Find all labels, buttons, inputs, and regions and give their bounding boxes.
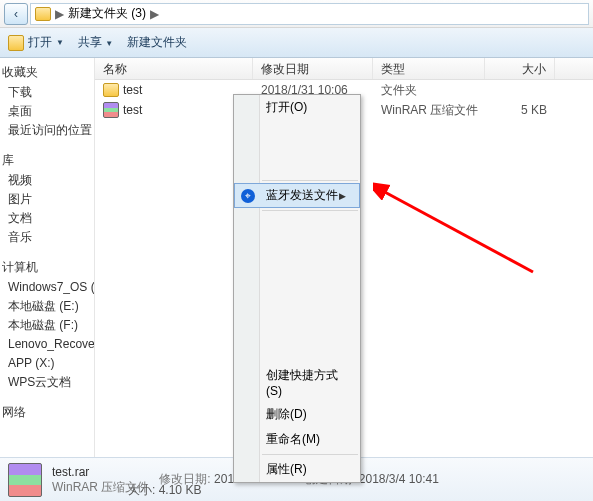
sidebar-group-network[interactable]: 网络 bbox=[0, 402, 94, 423]
folder-icon bbox=[103, 83, 119, 97]
sidebar-item-videos[interactable]: 视频 bbox=[0, 171, 94, 190]
breadcrumb-folder[interactable]: 新建文件夹 (3) bbox=[68, 5, 146, 22]
chevron-down-icon: ▼ bbox=[56, 38, 64, 47]
sidebar-group-libraries[interactable]: 库 bbox=[0, 150, 94, 171]
context-menu: 打开(O) ⌖ 蓝牙发送文件 ▶ 创建快捷方式(S) 删除(D) 重命名(M) … bbox=[233, 94, 361, 483]
menu-open[interactable]: 打开(O) bbox=[234, 95, 360, 120]
file-type: 文件夹 bbox=[373, 82, 485, 99]
sidebar-item-drive-f[interactable]: 本地磁盘 (F:) bbox=[0, 316, 94, 335]
folder-icon bbox=[35, 7, 51, 21]
column-date[interactable]: 修改日期 bbox=[253, 58, 373, 79]
sidebar-item-drive-c[interactable]: Windows7_OS (C:) bbox=[0, 278, 94, 297]
svg-line-0 bbox=[381, 190, 533, 272]
chevron-right-icon: ▶ bbox=[339, 191, 346, 201]
bluetooth-icon: ⌖ bbox=[241, 189, 255, 203]
chevron-right-icon: ▶ bbox=[55, 7, 64, 21]
address-bar: ‹ ▶ 新建文件夹 (3) ▶ bbox=[0, 0, 593, 28]
file-type: WinRAR 压缩文件 bbox=[373, 102, 485, 119]
open-label: 打开 bbox=[28, 34, 52, 51]
share-label: 共享 bbox=[78, 35, 102, 49]
column-name[interactable]: 名称 bbox=[95, 58, 253, 79]
detail-size-row: 大小: 4.10 KB bbox=[128, 482, 201, 499]
sidebar-item-desktop[interactable]: 桌面 bbox=[0, 102, 94, 121]
sidebar-group-computer[interactable]: 计算机 bbox=[0, 257, 94, 278]
detail-created: 2018/3/4 10:41 bbox=[359, 472, 439, 486]
sidebar-item-downloads[interactable]: 下载 bbox=[0, 83, 94, 102]
annotation-arrow bbox=[373, 182, 543, 282]
sidebar-item-wps-cloud[interactable]: WPS云文档 bbox=[0, 373, 94, 392]
sidebar-item-app-x[interactable]: APP (X:) bbox=[0, 354, 94, 373]
file-name: test bbox=[123, 83, 142, 97]
file-size: 5 KB bbox=[485, 103, 555, 117]
rar-icon bbox=[103, 102, 119, 118]
column-type[interactable]: 类型 bbox=[373, 58, 485, 79]
share-button[interactable]: 共享 ▼ bbox=[78, 34, 113, 51]
breadcrumb[interactable]: ▶ 新建文件夹 (3) ▶ bbox=[30, 3, 589, 25]
file-name: test bbox=[123, 103, 142, 117]
open-button[interactable]: 打开 ▼ bbox=[8, 34, 64, 51]
chevron-down-icon: ▼ bbox=[105, 39, 113, 48]
chevron-right-icon: ▶ bbox=[150, 7, 159, 21]
menu-delete[interactable]: 删除(D) bbox=[234, 402, 360, 427]
new-folder-button[interactable]: 新建文件夹 bbox=[127, 34, 187, 51]
sidebar-item-documents[interactable]: 文档 bbox=[0, 209, 94, 228]
toolbar: 打开 ▼ 共享 ▼ 新建文件夹 bbox=[0, 28, 593, 58]
detail-filename: test.rar bbox=[52, 465, 149, 480]
sidebar-group-favorites[interactable]: 收藏夹 bbox=[0, 62, 94, 83]
column-size[interactable]: 大小 bbox=[485, 58, 555, 79]
sidebar-item-recovery[interactable]: Lenovo_Recovery ( bbox=[0, 335, 94, 354]
rar-icon bbox=[8, 463, 42, 497]
sidebar-item-drive-e[interactable]: 本地磁盘 (E:) bbox=[0, 297, 94, 316]
open-icon bbox=[8, 35, 24, 51]
menu-bluetooth-send[interactable]: ⌖ 蓝牙发送文件 ▶ bbox=[234, 183, 360, 208]
menu-shortcut[interactable]: 创建快捷方式(S) bbox=[234, 363, 360, 402]
sidebar-item-pictures[interactable]: 图片 bbox=[0, 190, 94, 209]
menu-properties[interactable]: 属性(R) bbox=[234, 457, 360, 482]
column-headers: 名称 修改日期 类型 大小 bbox=[95, 58, 593, 80]
menu-rename[interactable]: 重命名(M) bbox=[234, 427, 360, 452]
nav-back-button[interactable]: ‹ bbox=[4, 3, 28, 25]
sidebar-item-music[interactable]: 音乐 bbox=[0, 228, 94, 247]
file-list: 名称 修改日期 类型 大小 test 2018/1/31 10:06 文件夹 t… bbox=[95, 58, 593, 458]
sidebar-item-recent[interactable]: 最近访问的位置 bbox=[0, 121, 94, 140]
sidebar: 收藏夹 下载 桌面 最近访问的位置 库 视频 图片 文档 音乐 计算机 Wind… bbox=[0, 58, 95, 458]
